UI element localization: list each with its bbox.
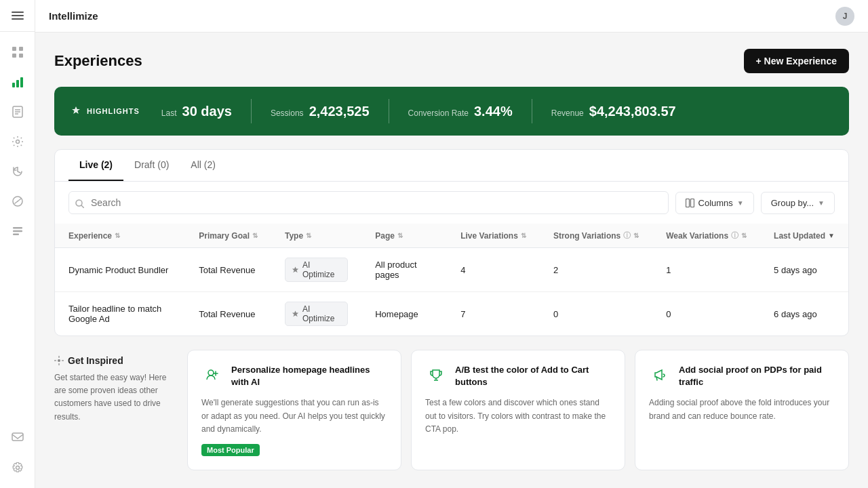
experiences-table: Experience⇅ Primary Goal⇅ Type⇅ Page⇅ Li… <box>55 224 848 336</box>
inspired-card-icon-person-plus <box>201 364 223 386</box>
inspired-card-card1[interactable]: Personalize homepage headlines with AI W… <box>187 350 401 470</box>
sidebar-bottom-icons <box>5 418 30 488</box>
type-badge: AI Optimize <box>285 302 348 326</box>
svg-rect-5 <box>12 54 16 58</box>
cell-experience: Dynamic Product Bundler <box>55 248 185 292</box>
svg-point-25 <box>58 359 60 362</box>
tab-live[interactable]: Live (2) <box>68 150 123 181</box>
topbar-right: J <box>835 7 854 26</box>
inspired-title: Get Inspired <box>54 355 176 366</box>
inspired-card-card3[interactable]: Add social proof on PDPs for paid traffi… <box>635 350 849 470</box>
groupby-button[interactable]: Group by... ▼ <box>761 192 835 214</box>
svg-rect-18 <box>13 234 19 236</box>
sidebar-item-analytics[interactable] <box>5 189 30 214</box>
cell-type: AI Optimize <box>271 248 361 292</box>
page-header: Experiences + New Experience <box>54 49 849 73</box>
cell-primary-goal: Total Revenue <box>185 292 271 336</box>
table-row[interactable]: Dynamic Product Bundler Total Revenue AI… <box>55 248 848 292</box>
col-header-live-variations[interactable]: Live Variations⇅ <box>447 224 540 248</box>
highlights-sessions: Sessions 2,423,525 <box>271 104 370 119</box>
svg-rect-3 <box>12 47 16 51</box>
tabs-bar: Live (2) Draft (0) All (2) <box>55 150 848 182</box>
highlights-revenue: Revenue $4,243,803.57 <box>551 104 676 119</box>
cell-last-updated: 5 days ago <box>760 248 848 292</box>
cell-experience: Tailor headline to match Google Ad <box>55 292 185 336</box>
col-header-weak-variations[interactable]: Weak Variationsⓘ⇅ <box>652 224 760 248</box>
live-var-sort-icon: ⇅ <box>521 232 526 239</box>
inspired-intro: Get Inspired Get started the easy way! H… <box>54 350 176 470</box>
sidebar-item-history[interactable] <box>5 159 30 184</box>
highlights-period: Last 30 days <box>161 104 232 119</box>
strong-var-info-icon[interactable]: ⓘ <box>623 230 631 241</box>
primary-goal-sort-icon: ⇅ <box>252 232 258 239</box>
sidebar-item-experiences[interactable] <box>5 70 30 94</box>
table-body: Dynamic Product Bundler Total Revenue AI… <box>55 248 848 336</box>
inspired-intro-text: Get started the easy way! Here are some … <box>54 371 176 424</box>
inspired-card-title: Personalize homepage headlines with AI <box>231 364 387 388</box>
inspired-card-header: Personalize homepage headlines with AI <box>201 364 387 388</box>
highlights-banner: HIGHLIGHTS Last 30 days Sessions 2,423,5… <box>54 87 849 136</box>
highlights-label: HIGHLIGHTS <box>71 106 140 117</box>
col-header-page[interactable]: Page⇅ <box>361 224 447 248</box>
weak-var-info-icon[interactable]: ⓘ <box>731 230 738 241</box>
svg-rect-17 <box>13 230 22 232</box>
svg-rect-24 <box>690 199 694 207</box>
inspired-card-desc: Test a few colors and discover which one… <box>425 396 611 436</box>
topbar: Intellimize J <box>35 0 868 33</box>
groupby-chevron-icon: ▼ <box>818 199 825 207</box>
sidebar-item-dashboard[interactable] <box>5 40 30 64</box>
search-input[interactable] <box>68 191 669 214</box>
sidebar-item-messages[interactable] <box>5 426 30 450</box>
strong-var-sort-icon: ⇅ <box>633 232 639 239</box>
col-header-experience[interactable]: Experience⇅ <box>55 224 185 248</box>
tab-draft[interactable]: Draft (0) <box>123 150 180 181</box>
svg-point-14 <box>16 140 19 144</box>
svg-rect-19 <box>12 433 23 441</box>
table-row[interactable]: Tailor headline to match Google Ad Total… <box>55 292 848 336</box>
inspired-card-card2[interactable]: A/B test the color of Add to Cart button… <box>411 350 625 470</box>
cell-strong-variations: 0 <box>540 292 652 336</box>
sidebar <box>0 0 35 488</box>
svg-rect-2 <box>12 18 24 20</box>
svg-point-30 <box>208 370 214 375</box>
sidebar-menu-toggle[interactable] <box>0 0 35 32</box>
new-experience-button[interactable]: + New Experience <box>744 49 849 73</box>
brand-name: Intellimize <box>49 10 98 22</box>
col-header-type[interactable]: Type⇅ <box>271 224 361 248</box>
col-header-strong-variations[interactable]: Strong Variationsⓘ⇅ <box>540 224 652 248</box>
inspired-card-header: Add social proof on PDPs for paid traffi… <box>649 364 835 388</box>
user-avatar[interactable]: J <box>835 7 854 26</box>
experience-sort-icon: ⇅ <box>115 232 120 239</box>
inspired-card-icon-trophy <box>425 364 447 386</box>
columns-button[interactable]: Columns ▼ <box>675 192 754 214</box>
experiences-table-card: Live (2) Draft (0) All (2) <box>54 149 849 336</box>
sidebar-item-settings[interactable] <box>5 129 30 154</box>
sidebar-nav <box>5 32 30 418</box>
cell-weak-variations: 0 <box>652 292 760 336</box>
table-controls: Columns ▼ Group by... ▼ <box>55 182 848 224</box>
inspired-cards-container: Personalize homepage headlines with AI W… <box>187 350 849 470</box>
svg-rect-9 <box>20 77 23 87</box>
sidebar-item-settings-bottom[interactable] <box>5 455 30 480</box>
svg-line-22 <box>81 205 84 208</box>
col-header-last-updated[interactable]: Last Updated▼ <box>760 224 848 248</box>
sidebar-item-lists[interactable] <box>5 219 30 243</box>
main-content: Intellimize J Experiences + New Experien… <box>35 0 868 488</box>
page-sort-icon: ⇅ <box>397 232 403 239</box>
last-updated-sort-active-icon: ▼ <box>828 232 835 239</box>
highlights-divider-2 <box>389 99 389 123</box>
col-header-primary-goal[interactable]: Primary Goal⇅ <box>185 224 271 248</box>
svg-rect-16 <box>13 227 22 229</box>
cell-primary-goal: Total Revenue <box>185 248 271 292</box>
tab-all[interactable]: All (2) <box>180 150 226 181</box>
weak-var-sort-icon: ⇅ <box>741 232 747 239</box>
inspired-section: Get Inspired Get started the easy way! H… <box>54 350 849 470</box>
page-title: Experiences <box>54 52 142 70</box>
type-badge: AI Optimize <box>285 258 348 282</box>
sidebar-item-reports[interactable] <box>5 100 30 124</box>
page-content-area: Experiences + New Experience HIGHLIGHTS … <box>35 33 868 488</box>
cell-live-variations: 4 <box>447 248 540 292</box>
inspired-card-desc: Adding social proof above the fold intro… <box>649 396 835 422</box>
most-popular-badge: Most Popular <box>201 444 260 456</box>
search-wrapper <box>68 191 669 214</box>
